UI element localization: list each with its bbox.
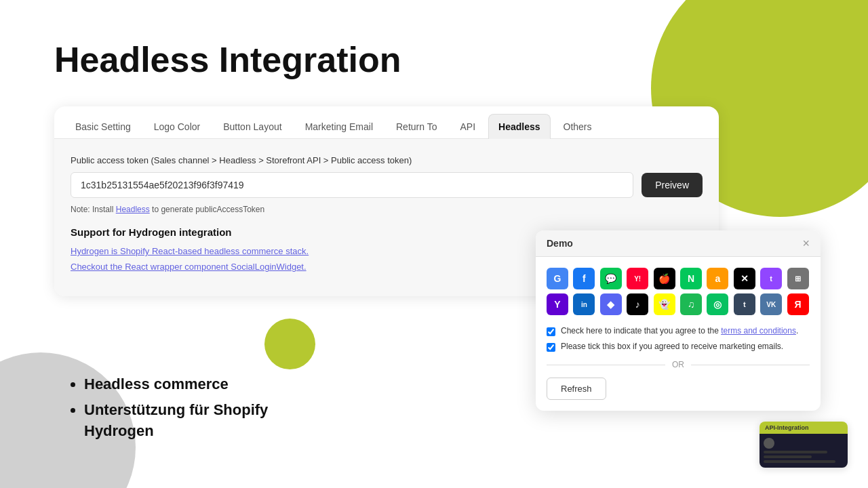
google-icon[interactable]: G bbox=[547, 268, 568, 289]
token-row: Preivew bbox=[71, 172, 703, 198]
api-thumb-line-1 bbox=[764, 451, 827, 453]
api-thumb-body bbox=[760, 434, 848, 468]
marketing-checkbox[interactable] bbox=[547, 343, 555, 352]
twitch-icon[interactable]: t bbox=[760, 268, 782, 289]
naver-icon[interactable]: N bbox=[680, 268, 702, 289]
tab-button-layout[interactable]: Button Layout bbox=[213, 114, 292, 139]
demo-popup-header: Demo × bbox=[536, 230, 821, 257]
tab-headless[interactable]: Headless bbox=[488, 114, 550, 139]
terms-text: Check here to indicate that you agree to… bbox=[561, 326, 798, 336]
yahoo-jp-icon[interactable]: Y! bbox=[627, 268, 648, 289]
snapchat-icon[interactable]: 👻 bbox=[654, 293, 675, 315]
bg-dot-green bbox=[264, 319, 315, 369]
terms-checkbox[interactable] bbox=[547, 327, 555, 336]
bullet-list: Headless commerce Unterstützung für Shop… bbox=[68, 374, 268, 447]
line-icon[interactable]: 💬 bbox=[600, 268, 622, 289]
api-thumb-title: API-Integration bbox=[760, 422, 848, 434]
tab-logo-color[interactable]: Logo Color bbox=[144, 114, 211, 139]
note-suffix: to generate publicAccessToken bbox=[152, 205, 264, 214]
tumblr-icon[interactable]: t bbox=[734, 293, 755, 315]
demo-popup-body: G f 💬 Y! 🍎 N a ✕ t ⊞ Y in ◆ ♪ 👻 ♫ ◎ t VK… bbox=[536, 257, 821, 411]
demo-popup-title: Demo bbox=[547, 238, 573, 249]
spotify-icon[interactable]: ♫ bbox=[680, 293, 702, 315]
demo-popup: Demo × G f 💬 Y! 🍎 N a ✕ t ⊞ Y in ◆ ♪ 👻 ♫… bbox=[536, 230, 821, 411]
headless-link[interactable]: Headless bbox=[116, 205, 150, 214]
discord-icon[interactable]: ◆ bbox=[600, 293, 622, 315]
api-thumb-line-3 bbox=[764, 460, 835, 463]
linkedin-icon[interactable]: in bbox=[573, 293, 595, 315]
or-label: OR bbox=[672, 360, 684, 369]
vk-icon[interactable]: VK bbox=[760, 293, 782, 315]
bullet-item-1: Headless commerce bbox=[84, 374, 268, 395]
token-input[interactable] bbox=[71, 172, 633, 198]
marketing-checkbox-row: Please tick this box if you agreed to re… bbox=[547, 342, 810, 352]
or-divider: OR bbox=[547, 360, 810, 369]
wechat-icon[interactable]: ◎ bbox=[707, 293, 728, 315]
tiktok-icon[interactable]: ♪ bbox=[627, 293, 648, 315]
yahoo-icon[interactable]: Y bbox=[547, 293, 568, 315]
tab-api[interactable]: API bbox=[450, 114, 486, 139]
terms-link[interactable]: terms and conditions bbox=[721, 326, 796, 336]
note-text: Note: Install Headless to generate publi… bbox=[71, 205, 703, 214]
tab-others[interactable]: Others bbox=[553, 114, 602, 139]
bullet-item-2: Unterstützung für ShopifyHydrogen bbox=[84, 400, 268, 442]
demo-close-button[interactable]: × bbox=[802, 237, 810, 249]
tab-marketing-email[interactable]: Marketing Email bbox=[295, 114, 383, 139]
marketing-text: Please tick this box if you agreed to re… bbox=[561, 342, 783, 351]
facebook-icon[interactable]: f bbox=[573, 268, 595, 289]
api-thumb-line-2 bbox=[764, 455, 812, 458]
social-icons-grid: G f 💬 Y! 🍎 N a ✕ t ⊞ Y in ◆ ♪ 👻 ♫ ◎ t VK… bbox=[547, 268, 810, 315]
apple-icon[interactable]: 🍎 bbox=[654, 268, 675, 289]
microsoft-icon[interactable]: ⊞ bbox=[787, 268, 809, 289]
terms-checkbox-row: Check here to indicate that you agree to… bbox=[547, 326, 810, 336]
bullet-item-2-text: Unterstützung für ShopifyHydrogen bbox=[84, 401, 268, 439]
refresh-button[interactable]: Refresh bbox=[547, 378, 606, 400]
tab-return-to[interactable]: Return To bbox=[386, 114, 447, 139]
page-title: Headless Integration bbox=[54, 41, 814, 79]
tab-bar: Basic Setting Logo Color Button Layout M… bbox=[54, 106, 719, 139]
tab-basic-setting[interactable]: Basic Setting bbox=[65, 114, 141, 139]
preview-button[interactable]: Preivew bbox=[642, 173, 703, 197]
amazon-icon[interactable]: a bbox=[707, 268, 728, 289]
yandex-icon[interactable]: Я bbox=[787, 293, 809, 315]
note-prefix: Note: Install bbox=[71, 205, 113, 214]
api-thumb-avatar bbox=[764, 438, 774, 449]
api-integration-thumbnail[interactable]: API-Integration bbox=[760, 422, 848, 468]
twitter-icon[interactable]: ✕ bbox=[734, 268, 755, 289]
token-label: Public access token (Sales channel > Hea… bbox=[71, 155, 703, 165]
